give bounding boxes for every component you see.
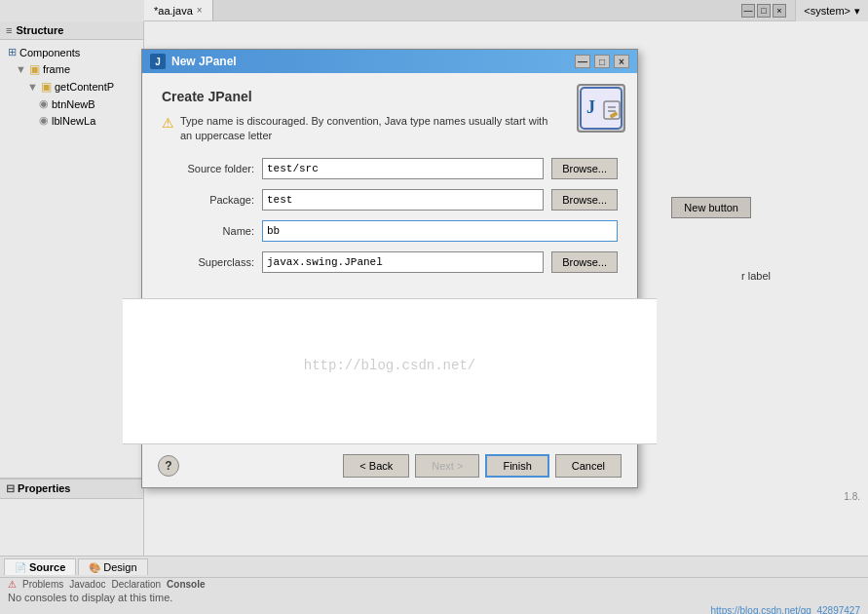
dialog-titlebar: J New JPanel — □ × bbox=[142, 50, 637, 73]
superclass-input[interactable] bbox=[262, 251, 544, 273]
help-button[interactable]: ? bbox=[158, 455, 179, 477]
superclass-browse-button[interactable]: Browse... bbox=[551, 251, 618, 273]
name-row: Name: bbox=[162, 220, 618, 242]
finish-button[interactable]: Finish bbox=[485, 454, 548, 478]
name-label: Name: bbox=[162, 225, 254, 237]
footer-left: ? bbox=[158, 455, 179, 477]
dialog-heading: Create JPanel bbox=[162, 89, 618, 104]
source-folder-input[interactable] bbox=[262, 158, 544, 179]
dialog-footer: ? < Back Next > Finish Cancel bbox=[142, 444, 637, 487]
next-button[interactable]: Next > bbox=[415, 454, 479, 478]
warning-text: Type name is discouraged. By convention,… bbox=[180, 114, 559, 144]
package-label: Package: bbox=[162, 194, 254, 206]
source-folder-browse-button[interactable]: Browse... bbox=[551, 158, 618, 179]
dialog-overlay: J New JPanel — □ × Create JPanel J bbox=[0, 0, 868, 614]
footer-right: < Back Next > Finish Cancel bbox=[343, 454, 622, 478]
dialog-minimize-button[interactable]: — bbox=[575, 55, 590, 68]
warning-icon: ⚠ bbox=[162, 115, 174, 131]
cancel-button[interactable]: Cancel bbox=[555, 454, 622, 478]
back-button[interactable]: < Back bbox=[343, 454, 409, 478]
titlebar-controls: — □ × bbox=[575, 55, 629, 68]
jpanel-logo: J bbox=[577, 84, 625, 133]
dialog-maximize-button[interactable]: □ bbox=[594, 55, 610, 68]
jpanel-logo-inner: J bbox=[577, 84, 625, 133]
dialog-close-button[interactable]: × bbox=[614, 55, 629, 68]
superclass-row: Superclass: Browse... bbox=[162, 251, 618, 273]
dialog-body: Create JPanel J ⚠ bbox=[142, 73, 637, 298]
package-row: Package: Browse... bbox=[162, 189, 618, 211]
name-input[interactable] bbox=[262, 220, 618, 242]
titlebar-left: J New JPanel bbox=[150, 54, 237, 69]
dialog-icon: J bbox=[150, 54, 166, 69]
package-input[interactable] bbox=[262, 189, 544, 211]
source-folder-label: Source folder: bbox=[162, 163, 254, 174]
source-folder-row: Source folder: Browse... bbox=[162, 158, 618, 179]
dialog-content-area: http://blog.csdn.net/ bbox=[123, 298, 657, 444]
new-jpanel-dialog: J New JPanel — □ × Create JPanel J bbox=[141, 49, 638, 488]
watermark-text: http://blog.csdn.net/ bbox=[123, 299, 657, 373]
warning-box: ⚠ Type name is discouraged. By conventio… bbox=[162, 114, 618, 144]
package-browse-button[interactable]: Browse... bbox=[551, 189, 618, 211]
superclass-label: Superclass: bbox=[162, 256, 254, 268]
dialog-title: New JPanel bbox=[171, 55, 237, 68]
svg-text:J: J bbox=[586, 97, 595, 117]
